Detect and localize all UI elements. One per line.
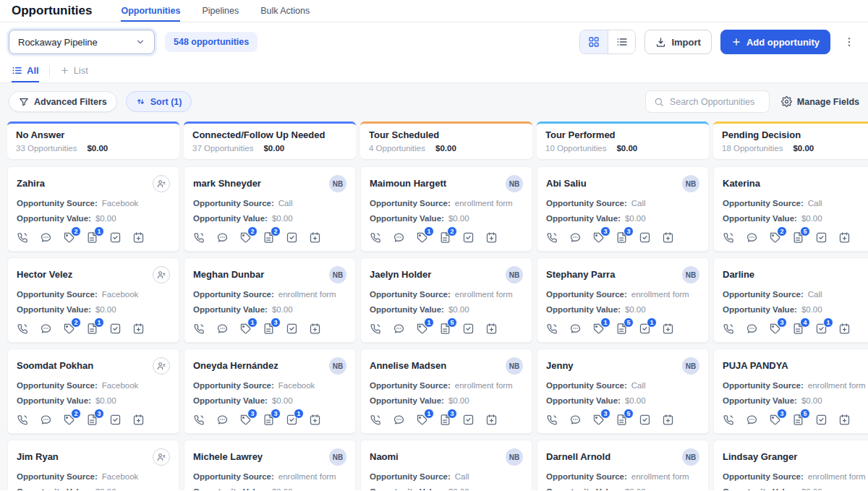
tags-icon[interactable]: 1 (416, 231, 428, 244)
notes-icon[interactable]: 1 (86, 323, 98, 335)
tags-icon[interactable]: 1 (239, 323, 252, 335)
opportunity-card[interactable]: Hector Velez Opportunity Source: Faceboo… (7, 257, 179, 343)
add-appointment-icon[interactable] (838, 231, 851, 244)
tags-icon[interactable]: 3 (769, 414, 781, 426)
assignee-avatar[interactable]: NB (682, 175, 699, 192)
call-icon[interactable] (370, 231, 382, 244)
add-appointment-icon[interactable] (662, 414, 674, 426)
tasks-icon[interactable] (109, 231, 122, 244)
sms-icon[interactable] (40, 414, 52, 426)
assignee-avatar[interactable]: NB (682, 448, 699, 466)
call-icon[interactable] (17, 414, 29, 426)
sms-icon[interactable] (746, 231, 758, 244)
sms-icon[interactable] (40, 323, 52, 335)
tasks-icon[interactable] (462, 323, 475, 335)
subtab-all[interactable]: All (12, 65, 39, 82)
add-appointment-icon[interactable] (485, 231, 498, 244)
grid-view-button[interactable] (580, 30, 608, 54)
opportunity-card[interactable]: Meghan Dunbar NB Opportunity Source: enr… (184, 257, 356, 343)
notes-icon[interactable]: 5 (439, 323, 451, 335)
tags-icon[interactable]: 2 (63, 323, 75, 335)
add-appointment-icon[interactable] (838, 323, 851, 335)
call-icon[interactable] (723, 323, 735, 335)
assignee-avatar[interactable]: NB (506, 448, 523, 466)
notes-icon[interactable]: 5 (792, 231, 804, 244)
tasks-icon[interactable] (109, 323, 122, 335)
tags-icon[interactable]: 3 (592, 414, 605, 426)
sms-icon[interactable] (569, 231, 582, 244)
call-icon[interactable] (17, 323, 29, 335)
tasks-icon[interactable]: 1 (815, 323, 827, 335)
sort-button[interactable]: Sort (1) (126, 91, 192, 112)
pipeline-select[interactable]: Rockaway Pipeline (9, 30, 155, 54)
sms-icon[interactable] (746, 414, 758, 426)
notes-icon[interactable]: 3 (616, 231, 628, 244)
tasks-icon[interactable] (462, 231, 475, 244)
more-options-button[interactable] (839, 33, 859, 51)
tasks-icon[interactable]: 1 (639, 323, 651, 335)
sms-icon[interactable] (393, 323, 405, 335)
tab-opportunities[interactable]: Opportunities (121, 0, 180, 22)
tasks-icon[interactable] (286, 323, 298, 335)
opportunity-count-pill[interactable]: 548 opportunities (165, 32, 258, 52)
sms-icon[interactable] (393, 231, 405, 244)
call-icon[interactable] (193, 414, 205, 426)
assignee-avatar[interactable]: NB (329, 175, 346, 192)
opportunity-card[interactable]: Maimoun Hargett NB Opportunity Source: e… (360, 166, 532, 252)
notes-icon[interactable]: 3 (263, 414, 275, 426)
sms-icon[interactable] (216, 323, 229, 335)
call-icon[interactable] (17, 231, 29, 244)
sms-icon[interactable] (40, 231, 52, 244)
notes-icon[interactable]: 5 (616, 323, 628, 335)
tasks-icon[interactable] (462, 414, 475, 426)
sms-icon[interactable] (393, 414, 405, 426)
notes-icon[interactable]: 5 (616, 414, 628, 426)
import-button[interactable]: Import (644, 30, 711, 54)
tasks-icon[interactable]: 1 (286, 414, 298, 426)
opportunity-card[interactable]: Soomdat Pokhan Opportunity Source: Faceb… (7, 349, 179, 434)
tasks-icon[interactable] (109, 414, 122, 426)
tasks-icon[interactable] (286, 231, 298, 244)
opportunity-card[interactable]: Jenny NB Opportunity Source: Call Opport… (537, 349, 709, 434)
tasks-icon[interactable] (815, 414, 827, 426)
call-icon[interactable] (723, 231, 735, 244)
opportunity-card[interactable]: Jaelyn Holder NB Opportunity Source: enr… (360, 257, 532, 343)
assignee-avatar[interactable]: NB (506, 175, 523, 192)
list-view-button[interactable] (608, 30, 635, 54)
add-appointment-icon[interactable] (838, 414, 851, 426)
unassigned-person-icon[interactable] (153, 448, 170, 466)
tab-bulk-actions[interactable]: Bulk Actions (260, 0, 310, 22)
tags-icon[interactable]: 1 (416, 414, 428, 426)
opportunity-card[interactable]: Darline Opportunity Source: Call Opportu… (713, 257, 868, 343)
notes-icon[interactable]: 3 (439, 414, 451, 426)
assignee-avatar[interactable]: NB (506, 266, 523, 283)
opportunity-card[interactable]: PUJA PANDYA Opportunity Source: enrollme… (713, 349, 868, 434)
add-appointment-icon[interactable] (309, 323, 321, 335)
opportunity-card[interactable]: Abi Saliu NB Opportunity Source: Call Op… (537, 166, 709, 252)
opportunity-card[interactable]: Naomi NB Opportunity Source: Call Opport… (360, 440, 532, 490)
add-appointment-icon[interactable] (132, 323, 145, 335)
search-input[interactable] (670, 97, 761, 107)
call-icon[interactable] (723, 414, 735, 426)
tasks-icon[interactable] (815, 231, 827, 244)
add-opportunity-button[interactable]: Add opportunity (720, 30, 830, 54)
add-appointment-icon[interactable] (485, 414, 498, 426)
call-icon[interactable] (193, 323, 205, 335)
tasks-icon[interactable] (639, 231, 651, 244)
tags-icon[interactable]: 2 (63, 231, 75, 244)
opportunity-card[interactable]: Michele Lawrey NB Opportunity Source: en… (184, 440, 356, 490)
opportunity-card[interactable]: mark Shneyder NB Opportunity Source: Cal… (184, 166, 356, 252)
advanced-filters-button[interactable]: Advanced Filters (9, 91, 117, 112)
unassigned-person-icon[interactable] (153, 357, 170, 375)
add-appointment-icon[interactable] (132, 231, 145, 244)
unassigned-person-icon[interactable] (153, 175, 170, 192)
notes-icon[interactable]: 3 (263, 323, 275, 335)
add-appointment-icon[interactable] (132, 414, 145, 426)
opportunity-card[interactable]: Zahira Opportunity Source: Facebook Oppo… (7, 166, 179, 252)
tab-pipelines[interactable]: Pipelines (202, 0, 239, 22)
opportunity-card[interactable]: Darnell Arnold NB Opportunity Source: en… (537, 440, 709, 490)
assignee-avatar[interactable]: NB (329, 448, 346, 466)
sms-icon[interactable] (569, 323, 582, 335)
call-icon[interactable] (193, 231, 205, 244)
opportunity-card[interactable]: Katerina Opportunity Source: Call Opport… (713, 166, 868, 252)
